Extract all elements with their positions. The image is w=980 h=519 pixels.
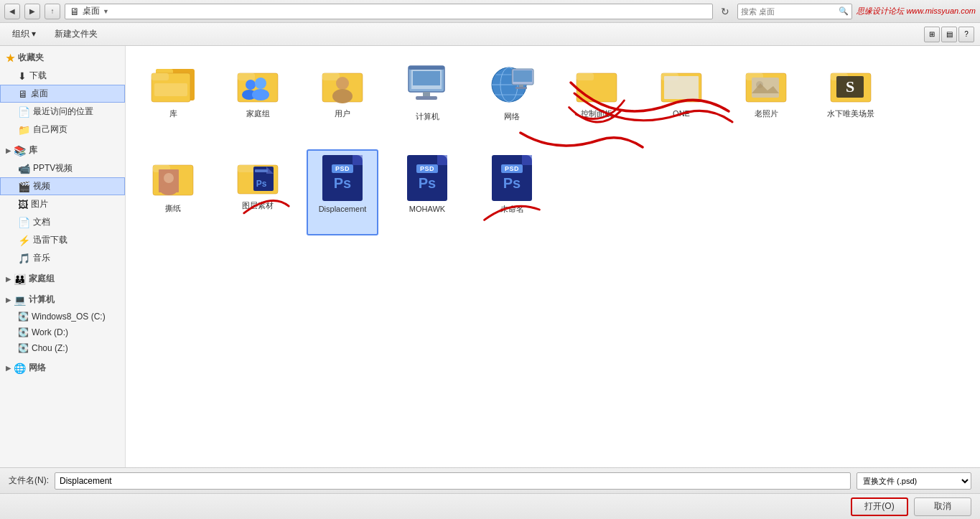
svg-rect-49 [238, 165, 255, 172]
file-name-displacement: Displacement [319, 204, 367, 214]
file-name-network: 网络 [504, 111, 520, 121]
computer-chevron: ▶ [6, 296, 11, 304]
watermark: 思缘设计论坛 www.missyuan.com [857, 6, 976, 17]
file-item-layer[interactable]: Ps 图层素材 [222, 149, 294, 235]
sidebar-item-win8[interactable]: 💽 Windows8_OS (C:) [0, 309, 125, 324]
sidebar-item-download[interactable]: ⬇ 下载 [0, 67, 125, 85]
organize-button[interactable]: 组织 ▾ [6, 26, 42, 43]
music-label: 音乐 [33, 252, 50, 264]
file-item-unnamed[interactable]: PSD Ps 未命名 [476, 149, 548, 235]
sidebar-item-work[interactable]: 💽 Work (D:) [0, 324, 125, 340]
search-input[interactable] [741, 7, 839, 16]
file-item-mohawk[interactable]: PSD Ps MOHAWK [391, 149, 463, 235]
chou-label: Chou (Z:) [32, 343, 68, 353]
cancel-button[interactable]: 取消 [914, 497, 971, 516]
library-header[interactable]: ▶ 📚 库 [0, 141, 125, 159]
svg-rect-12 [322, 73, 340, 80]
sidebar: ★ 收藏夹 ⬇ 下载 🖥 桌面 📄 最近访问的位置 📁 自己网页 [0, 46, 126, 467]
sidebar-item-thunder[interactable]: ⚡ 迅雷下载 [0, 231, 125, 249]
homegroup-header[interactable]: ▶ 👪 家庭组 [0, 270, 125, 288]
network-chevron: ▶ [6, 365, 11, 372]
mysite-label: 自己网页 [33, 123, 67, 136]
work-icon: 💽 [18, 327, 29, 337]
network-section: ▶ 🌐 网络 [0, 359, 125, 377]
mysite-icon: 📁 [18, 124, 30, 136]
new-folder-button[interactable]: 新建文件夹 [48, 26, 104, 43]
filename-input[interactable] [55, 472, 851, 490]
file-item-displacement[interactable]: PSD Ps Displacement [307, 149, 378, 235]
sidebar-item-image[interactable]: 🖼 图片 [0, 195, 125, 213]
win8-label: Windows8_OS (C:) [32, 312, 106, 322]
network-header[interactable]: ▶ 🌐 网络 [0, 359, 125, 377]
refresh-button[interactable]: ↻ [717, 4, 733, 19]
svg-point-47 [160, 184, 177, 195]
filetype-select[interactable]: 置换文件 (.psd) [857, 472, 971, 490]
music-icon: 🎵 [18, 253, 30, 264]
library-icon: 📚 [14, 145, 26, 156]
search-bar[interactable]: 🔍 [737, 4, 852, 19]
sidebar-item-pptvideo[interactable]: 📹 PPTV视频 [0, 159, 125, 177]
svg-rect-27 [513, 70, 532, 82]
view-details-button[interactable]: ▤ [941, 27, 957, 42]
forward-button[interactable]: ▶ [24, 4, 40, 19]
file-item-homegroup[interactable]: 家庭组 [222, 57, 294, 144]
file-item-computer[interactable]: 计算机 [391, 57, 463, 144]
file-item-user[interactable]: 用户 [307, 57, 378, 144]
folder-oldphoto-icon [742, 63, 790, 106]
file-item-underwater[interactable]: S 水下唯美场景 [815, 57, 887, 144]
star-icon: ★ [6, 52, 15, 64]
folder-one-icon [657, 63, 706, 106]
file-name-layer: 图层素材 [242, 200, 274, 210]
svg-text:Ps: Ps [256, 179, 267, 189]
back-button[interactable]: ◀ [4, 4, 20, 19]
file-name-lib: 库 [169, 108, 177, 118]
sidebar-item-mysite[interactable]: 📁 自己网页 [0, 121, 125, 139]
open-button[interactable]: 打开(O) [851, 497, 908, 516]
file-item-lib[interactable]: 库 [137, 57, 209, 144]
svg-rect-4 [154, 83, 187, 96]
view-toggle-button[interactable]: ⊞ [924, 27, 940, 42]
image-label: 图片 [31, 198, 48, 210]
favorites-header[interactable]: ★ 收藏夹 [0, 49, 125, 67]
file-name-underwater: 水下唯美场景 [827, 108, 874, 118]
svg-text:S: S [846, 78, 854, 95]
favorites-section: ★ 收藏夹 ⬇ 下载 🖥 桌面 📄 最近访问的位置 📁 自己网页 [0, 49, 125, 139]
library-label: 库 [29, 144, 37, 156]
file-item-sipaper[interactable]: 撕纸 [137, 149, 209, 235]
help-button[interactable]: ? [958, 27, 974, 42]
doc-icon: 📄 [18, 217, 30, 228]
file-name-sipaper: 撕纸 [165, 203, 181, 213]
file-item-controlpanel[interactable]: 控制面板 [561, 57, 633, 144]
pptvideo-icon: 📹 [18, 163, 30, 174]
folder-layer-icon: Ps [233, 155, 282, 197]
file-item-oldphoto[interactable]: 老照片 [730, 57, 802, 144]
file-item-network[interactable]: 网络 [476, 57, 548, 144]
svg-rect-18 [413, 71, 440, 85]
recent-label: 最近访问的位置 [33, 106, 93, 118]
homegroup-section: ▶ 👪 家庭组 [0, 270, 125, 288]
main-layout: ★ 收藏夹 ⬇ 下载 🖥 桌面 📄 最近访问的位置 📁 自己网页 [0, 46, 980, 467]
address-chevron[interactable]: ▼ [103, 8, 109, 15]
download-label: 下载 [29, 70, 47, 82]
svg-point-8 [255, 78, 266, 89]
up-button[interactable]: ↑ [45, 4, 60, 19]
network-label: 网络 [29, 362, 46, 374]
sidebar-item-music[interactable]: 🎵 音乐 [0, 249, 125, 267]
sidebar-item-video[interactable]: 🎬 视频 [0, 177, 125, 195]
computer-header[interactable]: ▶ 💻 计算机 [0, 291, 125, 309]
svg-rect-17 [409, 66, 444, 70]
address-bar[interactable]: 🖥 桌面 ▼ [65, 4, 713, 19]
homegroup-chevron: ▶ [6, 276, 11, 283]
sidebar-item-desktop[interactable]: 🖥 桌面 [0, 85, 125, 103]
sidebar-item-doc[interactable]: 📄 文档 [0, 213, 125, 231]
file-item-one[interactable]: ONE [645, 57, 717, 144]
filename-label: 文件名(N): [9, 474, 49, 487]
action-bar: 打开(O) 取消 [0, 493, 980, 519]
computer-label: 计算机 [29, 294, 55, 306]
computer-file-icon [403, 63, 452, 108]
video-icon: 🎬 [18, 181, 30, 192]
file-name-computer: 计算机 [416, 111, 439, 121]
sidebar-item-chou[interactable]: 💽 Chou (Z:) [0, 340, 125, 356]
thunder-label: 迅雷下载 [33, 234, 67, 246]
sidebar-item-recent[interactable]: 📄 最近访问的位置 [0, 103, 125, 121]
